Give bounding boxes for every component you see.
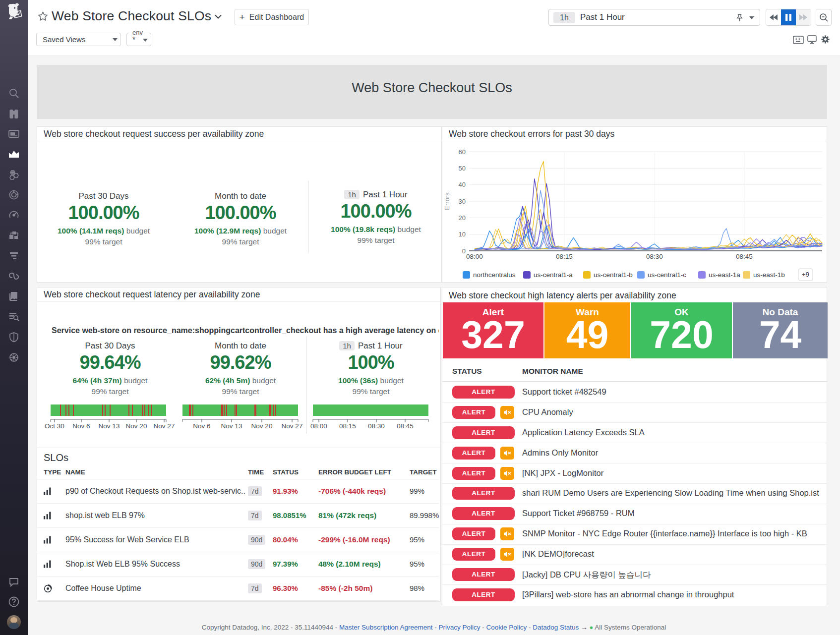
svg-text:us-east-1a: us-east-1a: [709, 271, 740, 279]
svg-text:us-central1-c: us-central1-c: [648, 271, 686, 279]
svg-text:08:30: 08:30: [646, 253, 663, 260]
svg-text:08:30: 08:30: [368, 422, 385, 430]
svg-text:30: 30: [459, 198, 466, 205]
svg-text:Nov 27: Nov 27: [154, 422, 175, 430]
svg-text:Nov 6: Nov 6: [193, 422, 210, 430]
svg-text:08:45: 08:45: [736, 253, 753, 260]
svg-text:Nov 13: Nov 13: [99, 422, 120, 430]
svg-text:Errors: Errors: [443, 192, 451, 210]
svg-text:60: 60: [459, 148, 466, 156]
svg-text:northcentralus: northcentralus: [473, 271, 516, 279]
svg-text:08:45: 08:45: [397, 422, 414, 430]
svg-text:Nov 20: Nov 20: [251, 422, 273, 430]
svg-text:us-east-1b: us-east-1b: [753, 271, 785, 279]
svg-text:us-central1-a: us-central1-a: [534, 271, 573, 279]
svg-text:0: 0: [462, 247, 466, 255]
svg-text:us-central1-b: us-central1-b: [594, 271, 633, 279]
svg-text:08:00: 08:00: [310, 422, 327, 430]
svg-text:08:00: 08:00: [466, 253, 483, 260]
svg-text:40: 40: [459, 181, 466, 188]
svg-text:20: 20: [459, 214, 466, 222]
svg-text:+9: +9: [802, 271, 809, 278]
svg-text:10: 10: [459, 231, 466, 238]
svg-text:08:15: 08:15: [556, 253, 573, 260]
svg-text:Nov 20: Nov 20: [126, 422, 147, 430]
svg-text:08:15: 08:15: [339, 422, 356, 430]
svg-text:Oct 30: Oct 30: [45, 422, 64, 430]
svg-text:Nov 27: Nov 27: [282, 422, 303, 430]
svg-text:Nov 6: Nov 6: [72, 422, 90, 430]
svg-text:50: 50: [459, 165, 466, 172]
svg-text:Nov 13: Nov 13: [221, 422, 242, 430]
